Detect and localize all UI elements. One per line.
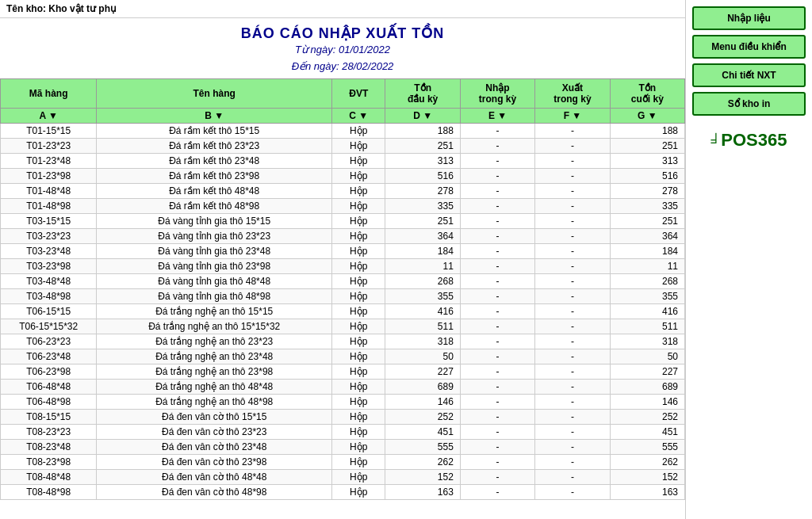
table-cell: 227 <box>385 364 460 379</box>
table-cell: Đá rầm kết thô 48*48 <box>97 183 332 198</box>
table-row: T06-23*48Đá trắng nghệ an thô 23*48Hộp50… <box>1 349 685 364</box>
table-cell: 227 <box>610 364 684 379</box>
table-cell: Đá trắng nghệ an thô 48*98 <box>97 394 332 409</box>
table-cell: - <box>535 288 610 303</box>
table-cell: T08-48*98 <box>1 484 97 499</box>
warehouse-label: Tên kho: Kho vật tư phụ <box>0 0 685 18</box>
table-row: T08-15*15Đá đen vân cờ thô 15*15Hộp252--… <box>1 409 685 424</box>
table-cell: Đá vàng tỉnh gia thô 48*98 <box>97 288 332 303</box>
table-row: T08-23*48Đá đen vân cờ thô 23*48Hộp555--… <box>1 439 685 454</box>
table-cell: - <box>535 484 610 499</box>
table-cell: - <box>460 349 534 364</box>
table-cell: T06-48*98 <box>1 394 97 409</box>
table-cell: 251 <box>610 213 684 228</box>
table-cell: - <box>535 153 610 168</box>
table-cell: Hộp <box>332 334 385 349</box>
table-cell: T03-23*48 <box>1 243 97 258</box>
btn-menu[interactable]: Menu điều khiển <box>692 35 806 59</box>
col-b: B ▼ <box>97 108 332 123</box>
table-cell: T06-23*48 <box>1 349 97 364</box>
table-cell: Hộp <box>332 243 385 258</box>
table-cell: 251 <box>385 138 460 153</box>
table-cell: Đá đen vân cờ thô 15*15 <box>97 409 332 424</box>
table-row: T01-48*98Đá rầm kết thô 48*98Hộp335--335 <box>1 198 685 213</box>
table-cell: Hộp <box>332 168 385 183</box>
table-cell: Hộp <box>332 273 385 288</box>
table-cell: T06-15*15*32 <box>1 319 97 334</box>
table-cell: - <box>460 183 534 198</box>
btn-sokho[interactable]: Sổ kho in <box>692 92 806 116</box>
table-cell: 355 <box>610 288 684 303</box>
report-from: Từ ngày: 01/01/2022 <box>0 42 685 59</box>
table-cell: - <box>535 138 610 153</box>
table-cell: T01-23*48 <box>1 153 97 168</box>
table-cell: T01-48*48 <box>1 183 97 198</box>
table-cell: Hộp <box>332 319 385 334</box>
table-cell: Đá trắng nghệ an thô 15*15 <box>97 303 332 319</box>
table-cell: 184 <box>610 243 684 258</box>
table-cell: Hộp <box>332 379 385 394</box>
table-cell: - <box>535 303 610 319</box>
table-row: T08-23*98Đá đen vân cờ thô 23*98Hộp262--… <box>1 454 685 469</box>
table-cell: 416 <box>385 303 460 319</box>
table-cell: Hộp <box>332 228 385 243</box>
col-d: D ▼ <box>385 108 460 123</box>
table-cell: Đá trắng nghệ an thô 48*48 <box>97 379 332 394</box>
table-cell: T01-15*15 <box>1 123 97 138</box>
table-cell: - <box>535 424 610 439</box>
table-cell: 511 <box>385 319 460 334</box>
table-cell: Đá vàng tỉnh gia thô 48*48 <box>97 273 332 288</box>
table-cell: 262 <box>610 454 684 469</box>
table-row: T06-15*15Đá trắng nghệ an thô 15*15Hộp41… <box>1 303 685 319</box>
table-row: T03-48*48Đá vàng tỉnh gia thô 48*48Hộp26… <box>1 273 685 288</box>
table-cell: 555 <box>610 439 684 454</box>
table-cell: - <box>460 168 534 183</box>
table-row: T03-15*15Đá vàng tỉnh gia thô 15*15Hộp25… <box>1 213 685 228</box>
table-cell: - <box>460 123 534 138</box>
table-cell: 278 <box>610 183 684 198</box>
btn-nhaplieu[interactable]: Nhập liệu <box>692 6 806 30</box>
table-cell: T01-23*23 <box>1 138 97 153</box>
table-cell: 511 <box>610 319 684 334</box>
table-cell: Hộp <box>332 349 385 364</box>
table-cell: 50 <box>385 349 460 364</box>
table-cell: 11 <box>385 258 460 273</box>
col-a: A ▼ <box>1 108 97 123</box>
table-row: T06-15*15*32Đá trắng nghệ an thô 15*15*3… <box>1 319 685 334</box>
table-cell: 188 <box>385 123 460 138</box>
table-row: T06-48*48Đá trắng nghệ an thô 48*48Hộp68… <box>1 379 685 394</box>
btn-chitiet[interactable]: Chi tiết NXT <box>692 63 806 87</box>
table-cell: - <box>535 273 610 288</box>
table-row: T03-23*23Đá vàng tỉnh gia thô 23*23Hộp36… <box>1 228 685 243</box>
table-cell: 689 <box>385 379 460 394</box>
table-cell: 364 <box>610 228 684 243</box>
table-cell: T08-23*98 <box>1 454 97 469</box>
table-cell: 252 <box>385 409 460 424</box>
table-cell: - <box>460 303 534 319</box>
table-cell: Hộp <box>332 288 385 303</box>
th-tonck: Tồncuối kỳ <box>610 78 684 108</box>
table-cell: 555 <box>385 439 460 454</box>
table-cell: 262 <box>385 454 460 469</box>
table-cell: T03-15*15 <box>1 213 97 228</box>
col-e: E ▼ <box>460 108 534 123</box>
table-row: T08-48*48Đá đen vân cờ thô 48*48Hộp152--… <box>1 469 685 484</box>
table-cell: Đá vàng tỉnh gia thô 23*23 <box>97 228 332 243</box>
table-cell: 516 <box>610 168 684 183</box>
table-cell: - <box>535 439 610 454</box>
table-cell: Đá trắng nghệ an thô 23*98 <box>97 364 332 379</box>
table-cell: Đá rầm kết thô 48*98 <box>97 198 332 213</box>
table-cell: - <box>535 183 610 198</box>
table-cell: - <box>535 123 610 138</box>
table-cell: Hộp <box>332 198 385 213</box>
table-cell: Hộp <box>332 469 385 484</box>
table-cell: 252 <box>610 409 684 424</box>
table-cell: Hộp <box>332 123 385 138</box>
table-cell: 313 <box>610 153 684 168</box>
table-cell: - <box>535 454 610 469</box>
table-cell: 364 <box>385 228 460 243</box>
table-cell: T03-48*98 <box>1 288 97 303</box>
table-cell: - <box>460 198 534 213</box>
table-cell: Đá trắng nghệ an thô 23*48 <box>97 349 332 364</box>
table-cell: Hộp <box>332 138 385 153</box>
